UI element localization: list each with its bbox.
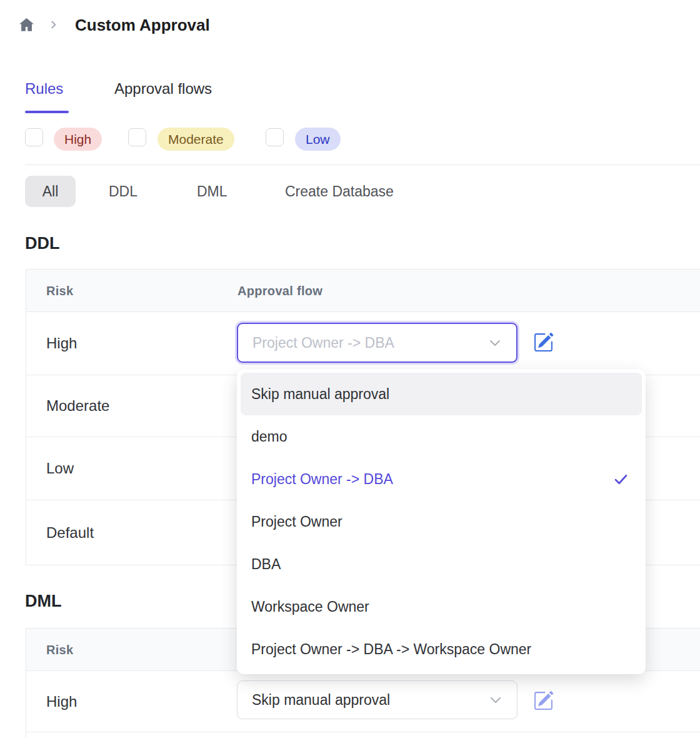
select-value: Project Owner -> DBA: [252, 335, 394, 351]
category-filter-ddl[interactable]: DDL: [109, 183, 138, 200]
checkbox-high[interactable]: [25, 128, 43, 146]
dropdown-option-project-owner-dba-workspace-owner[interactable]: Project Owner -> DBA -> Workspace Owner: [241, 628, 642, 670]
check-icon: [612, 471, 629, 488]
select-value: Skip manual approval: [252, 692, 390, 709]
home-icon[interactable]: [18, 16, 35, 33]
table-row-dml-high: High Skip manual approval: [26, 671, 700, 732]
category-filter-dml[interactable]: DML: [197, 183, 228, 200]
option-label: Project Owner -> DBA: [251, 471, 393, 488]
risk-label: High: [46, 335, 77, 352]
checkbox-moderate[interactable]: [128, 128, 146, 146]
filter-divider: [25, 164, 700, 165]
approval-flow-select-dml-high[interactable]: Skip manual approval: [237, 680, 518, 719]
checkbox-low[interactable]: [266, 128, 284, 146]
column-header-approval-flow: Approval flow: [238, 283, 322, 298]
approval-flow-dropdown: Skip manual approval demo Project Owner …: [237, 369, 646, 674]
section-title-ddl: DDL: [25, 234, 60, 253]
dropdown-option-demo[interactable]: demo: [241, 415, 642, 458]
category-filter-create-database[interactable]: Create Database: [285, 183, 394, 200]
dropdown-option-project-owner[interactable]: Project Owner: [241, 500, 642, 543]
risk-label: Moderate: [46, 397, 109, 415]
risk-label: Low: [46, 460, 74, 477]
dropdown-option-skip-manual-approval[interactable]: Skip manual approval: [241, 373, 642, 415]
risk-label: High: [46, 693, 77, 710]
dropdown-option-dba[interactable]: DBA: [241, 543, 642, 585]
approval-flow-select-ddl-high[interactable]: Project Owner -> DBA: [237, 323, 518, 363]
column-header-risk: Risk: [46, 642, 73, 657]
table-row-ddl-high: High Project Owner -> DBA: [26, 312, 700, 375]
table-row-dml-next-partial: [26, 732, 700, 738]
ddl-table-header: Risk Approval flow: [26, 270, 700, 312]
risk-label: Default: [46, 524, 94, 542]
active-tab-underline: [25, 111, 69, 113]
edit-flow-button-dml-high[interactable]: [533, 690, 554, 711]
dropdown-option-project-owner-dba[interactable]: Project Owner -> DBA: [241, 458, 642, 500]
tab-rules[interactable]: Rules: [25, 80, 63, 98]
column-header-risk: Risk: [46, 283, 73, 298]
tab-approval-flows[interactable]: Approval flows: [114, 80, 212, 98]
custom-approval-page: Custom Approval Rules Approval flows Hig…: [0, 0, 700, 738]
risk-badge-high[interactable]: High: [54, 128, 102, 151]
chevron-down-icon: [488, 692, 503, 707]
edit-flow-button-ddl-high[interactable]: [533, 332, 554, 353]
dropdown-option-workspace-owner[interactable]: Workspace Owner: [241, 585, 642, 628]
section-title-dml: DML: [25, 592, 61, 611]
page-title: Custom Approval: [75, 16, 210, 35]
category-filter-all[interactable]: All: [25, 176, 76, 207]
chevron-right-icon: [48, 19, 59, 30]
chevron-down-icon: [488, 335, 502, 350]
risk-badge-moderate[interactable]: Moderate: [158, 128, 234, 151]
risk-badge-low[interactable]: Low: [295, 128, 341, 151]
